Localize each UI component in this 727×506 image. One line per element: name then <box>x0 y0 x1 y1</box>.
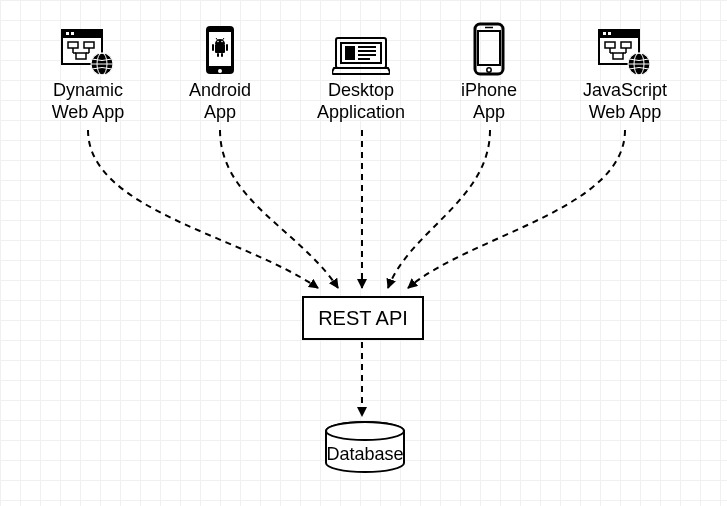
database-label: Database <box>320 444 410 465</box>
client-android-label: Android App <box>170 80 270 123</box>
svg-rect-21 <box>217 53 219 57</box>
svg-point-36 <box>487 68 491 72</box>
iphone-icon <box>444 22 534 76</box>
android-icon <box>170 22 270 76</box>
svg-rect-3 <box>71 32 74 35</box>
web-app-icon <box>28 22 148 76</box>
rest-api-label: REST API <box>318 307 408 330</box>
database-node: Database <box>320 420 410 481</box>
svg-rect-18 <box>215 44 225 53</box>
svg-point-25 <box>217 41 219 43</box>
svg-rect-20 <box>226 44 228 51</box>
client-desktop-app: Desktop Application <box>296 22 426 123</box>
svg-rect-29 <box>345 46 355 60</box>
client-dynamic-web-app: Dynamic Web App <box>28 22 148 123</box>
desktop-icon <box>296 22 426 76</box>
client-iphone-label: iPhone App <box>444 80 534 123</box>
svg-rect-2 <box>66 32 69 35</box>
client-js-label: JavaScript Web App <box>560 80 690 123</box>
client-iphone-app: iPhone App <box>444 22 534 123</box>
client-desktop-label: Desktop Application <box>296 80 426 123</box>
web-app-icon <box>560 22 690 76</box>
svg-rect-19 <box>212 44 214 51</box>
svg-rect-35 <box>478 31 500 65</box>
svg-rect-41 <box>608 32 611 35</box>
client-js-web-app: JavaScript Web App <box>560 22 690 123</box>
svg-point-17 <box>218 69 222 73</box>
svg-point-54 <box>326 422 404 440</box>
svg-rect-22 <box>221 53 223 57</box>
rest-api-node: REST API <box>302 296 424 340</box>
client-dynamic-label: Dynamic Web App <box>28 80 148 123</box>
client-android-app: Android App <box>170 22 270 123</box>
svg-point-26 <box>221 41 223 43</box>
svg-rect-40 <box>603 32 606 35</box>
